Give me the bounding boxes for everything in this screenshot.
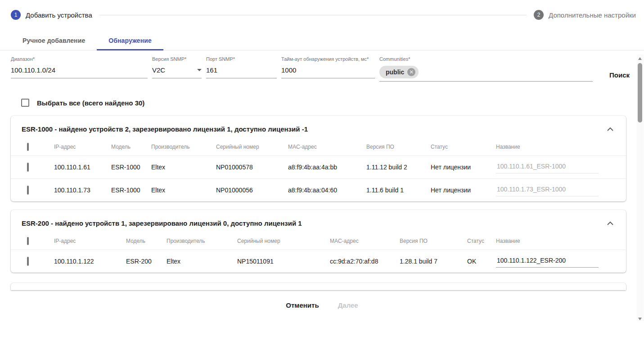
group-title: ESR-1000 - найдено устройств 2, зарезерв… <box>22 125 308 133</box>
cell-vendor: Eltex <box>151 164 216 171</box>
step-label: Добавить устройства <box>26 11 92 19</box>
select-all-row: Выбрать все (всего найдено 30) <box>0 82 644 107</box>
device-group-card: ESR-1000 - найдено устройств 2, зарезерв… <box>11 116 626 201</box>
next-button[interactable]: Далее <box>337 299 359 312</box>
column-header: Производитель <box>167 238 237 244</box>
search-button[interactable]: Поиск <box>608 68 631 82</box>
cell-status: Нет лицензии <box>431 164 496 171</box>
cell-status: OK <box>467 258 496 265</box>
tab-manual-add[interactable]: Ручное добавление <box>11 32 97 50</box>
scroll-up-icon[interactable] <box>638 57 642 60</box>
range-field: Диапазон* 100.110.1.0/24 <box>11 56 148 78</box>
cell-vendor: Eltex <box>151 187 216 194</box>
device-groups: ESR-1000 - найдено устройств 2, зарезерв… <box>0 107 644 273</box>
cell-serial: NP15011091 <box>237 258 330 265</box>
communities-label: Communities* <box>379 56 593 62</box>
step-additional-settings: 2 Дополнительные настройки <box>534 10 636 20</box>
column-header: IP-адрес <box>54 238 126 244</box>
vertical-scrollbar[interactable] <box>637 55 644 321</box>
group-select-checkbox[interactable] <box>27 237 29 245</box>
chevron-up-icon <box>607 127 613 131</box>
column-header: Производитель <box>151 144 216 150</box>
chevron-up-icon <box>607 221 613 225</box>
cell-status: Нет лицензии <box>431 187 496 194</box>
cell-ip: 100.110.1.61 <box>54 164 111 171</box>
cell-firmware: 1.28.1 build 7 <box>400 258 467 265</box>
wizard-stepper: 1 Добавить устройства 2 Дополнительные н… <box>0 0 644 20</box>
column-header: Версия ПО <box>366 144 431 150</box>
cell-vendor: Eltex <box>167 258 237 265</box>
collapse-button[interactable] <box>605 219 615 227</box>
communities-input[interactable]: public ✕ <box>379 65 593 82</box>
device-name-input <box>496 184 599 196</box>
stepper-connector-line <box>99 15 527 15</box>
timeout-label: Тайм-аут обнаружения устройств, мс* <box>281 56 375 62</box>
step-label: Дополнительные настройки <box>549 11 636 19</box>
column-header: MAC-адрес <box>288 144 366 150</box>
group-select-checkbox[interactable] <box>27 143 29 151</box>
row-checkbox[interactable] <box>27 186 29 195</box>
cancel-button[interactable]: Отменить <box>285 299 320 312</box>
table-row: 100.110.1.73 ESR-1000 Eltex NP01000056 a… <box>11 178 626 201</box>
community-chip-label: public <box>386 68 404 76</box>
column-header: Название <box>496 144 615 150</box>
cell-firmware: 1.11.6 build 1 <box>366 187 431 194</box>
scrollbar-thumb[interactable] <box>638 63 642 123</box>
cell-serial: NP01000578 <box>216 164 288 171</box>
snmp-version-label: Версия SNMP* <box>152 56 202 62</box>
select-all-label: Выбрать все (всего найдено 30) <box>37 99 144 107</box>
range-input[interactable]: 100.110.1.0/24 <box>11 65 148 78</box>
snmp-port-field: Порт SNMP* 161 <box>206 56 277 78</box>
table-row: 100.110.1.122 ESR-200 Eltex NP15011091 c… <box>11 250 626 273</box>
cell-mac: a8:f9:4b:aa:04:60 <box>288 187 366 194</box>
snmp-port-input[interactable]: 161 <box>206 65 277 78</box>
cell-model: ESR-1000 <box>111 164 151 171</box>
column-header: Статус <box>431 144 496 150</box>
device-name-input[interactable] <box>496 255 599 268</box>
column-header: Серийный номер <box>237 238 330 244</box>
snmp-port-label: Порт SNMP* <box>206 56 277 62</box>
collapse-button[interactable] <box>605 125 615 133</box>
table-header-row: IP-адресМодельПроизводительСерийный номе… <box>11 138 626 155</box>
column-header: Версия ПО <box>400 238 467 244</box>
step-add-devices: 1 Добавить устройства <box>11 10 92 20</box>
column-header: IP-адрес <box>54 144 111 150</box>
cell-mac: cc:9d:a2:70:af:d8 <box>330 258 400 265</box>
cell-mac: a8:f9:4b:aa:4a:bb <box>288 164 366 171</box>
scroll-down-icon[interactable] <box>638 318 642 320</box>
discovery-filters: Диапазон* 100.110.1.0/24 Версия SNMP* V2… <box>0 50 644 82</box>
cell-model: ESR-1000 <box>111 187 151 194</box>
cell-firmware: 1.11.12 build 2 <box>366 164 431 171</box>
next-group-card-edge <box>11 283 626 290</box>
row-checkbox[interactable] <box>27 163 29 172</box>
column-header: Модель <box>126 238 167 244</box>
column-header: MAC-адрес <box>330 238 400 244</box>
column-header: Название <box>496 238 615 244</box>
range-label: Диапазон* <box>11 56 148 62</box>
cell-model: ESR-200 <box>126 258 167 265</box>
row-checkbox[interactable] <box>27 257 29 266</box>
table-body: 100.110.1.122 ESR-200 Eltex NP15011091 c… <box>11 250 626 273</box>
select-all-checkbox[interactable] <box>21 99 29 107</box>
tab-discovery[interactable]: Обнаружение <box>97 32 163 50</box>
snmp-version-select[interactable]: V2C <box>152 65 202 78</box>
table-row: 100.110.1.61 ESR-1000 Eltex NP01000578 a… <box>11 155 626 178</box>
device-name-input <box>496 161 599 173</box>
step-number-badge: 2 <box>534 10 544 20</box>
column-header: Серийный номер <box>216 144 288 150</box>
tab-bar: Ручное добавление Обнаружение <box>0 32 644 50</box>
community-chip: public ✕ <box>379 66 419 78</box>
cell-ip: 100.110.1.73 <box>54 187 111 194</box>
timeout-input[interactable]: 1000 <box>281 65 375 78</box>
device-group-card: ESR-200 - найдено устройств 1, зарезерви… <box>11 210 626 273</box>
step-number-badge: 1 <box>11 10 21 20</box>
column-header: Статус <box>467 238 496 244</box>
cell-serial: NP01000056 <box>216 187 288 194</box>
table-header-row: IP-адресМодельПроизводительСерийный номе… <box>11 232 626 250</box>
wizard-footer: Отменить Далее <box>0 290 644 312</box>
snmp-version-value: V2C <box>152 66 165 74</box>
chip-remove-icon[interactable]: ✕ <box>407 68 415 76</box>
communities-field: Communities* public ✕ <box>379 56 593 82</box>
group-title: ESR-200 - найдено устройств 1, зарезерви… <box>22 219 302 227</box>
timeout-field: Тайм-аут обнаружения устройств, мс* 1000 <box>281 56 375 78</box>
